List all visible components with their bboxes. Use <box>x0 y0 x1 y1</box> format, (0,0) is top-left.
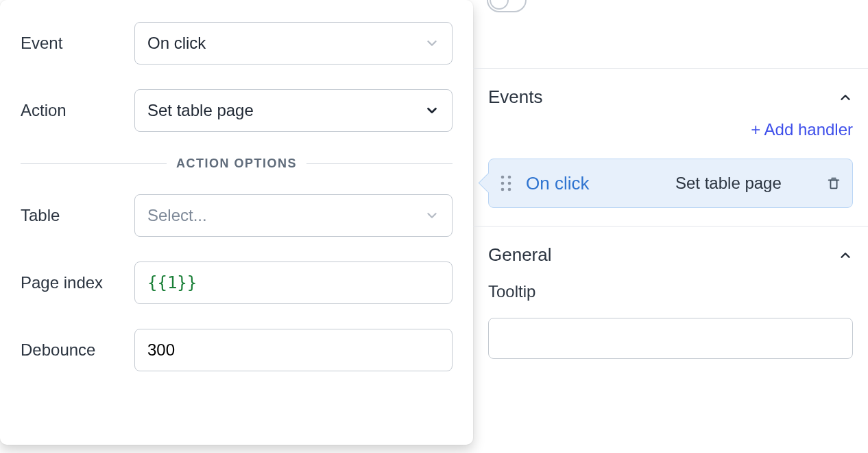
action-row: Action Set table page <box>21 89 453 132</box>
divider-line <box>306 163 453 164</box>
tooltip-input[interactable] <box>488 318 853 359</box>
page-index-value: {{1}} <box>147 273 197 292</box>
general-header[interactable]: General <box>488 244 853 266</box>
general-title: General <box>488 244 552 266</box>
event-select[interactable]: On click <box>134 22 453 65</box>
page-index-input[interactable]: {{1}} <box>134 262 453 304</box>
table-select-placeholder: Select... <box>147 206 424 225</box>
toggle-area <box>473 0 868 69</box>
handler-action: Set table page <box>675 174 812 193</box>
page-index-row: Page index {{1}} <box>21 262 453 304</box>
svg-point-5 <box>508 188 511 191</box>
add-handler-button[interactable]: + Add handler <box>751 120 853 139</box>
debounce-row: Debounce <box>21 329 453 371</box>
event-row: Event On click <box>21 22 453 65</box>
svg-point-4 <box>501 188 505 191</box>
event-label: Event <box>21 34 134 53</box>
page-index-label: Page index <box>21 273 134 292</box>
chevron-down-icon <box>424 36 439 51</box>
svg-point-0 <box>501 176 505 179</box>
handler-item[interactable]: On click Set table page <box>488 159 853 208</box>
action-options-divider: ACTION OPTIONS <box>21 156 453 171</box>
events-title: Events <box>488 86 543 108</box>
trash-icon[interactable] <box>825 173 843 194</box>
chevron-down-icon <box>424 103 439 118</box>
toggle-switch[interactable] <box>487 0 527 12</box>
svg-point-1 <box>508 176 511 179</box>
action-select[interactable]: Set table page <box>134 89 453 132</box>
events-header[interactable]: Events <box>488 86 853 108</box>
table-select[interactable]: Select... <box>134 194 453 237</box>
table-row: Table Select... <box>21 194 453 237</box>
action-label: Action <box>21 101 134 120</box>
divider-line <box>21 163 167 164</box>
table-label: Table <box>21 206 134 225</box>
svg-point-2 <box>501 182 505 185</box>
chevron-up-icon <box>838 90 853 105</box>
event-select-value: On click <box>147 34 424 53</box>
general-section: General Tooltip <box>473 226 868 377</box>
debounce-input[interactable] <box>134 329 453 371</box>
add-handler-row: + Add handler <box>488 120 853 139</box>
svg-point-3 <box>508 182 511 185</box>
inspector-panel: Events + Add handler On click Set table … <box>473 0 868 453</box>
tooltip-label: Tooltip <box>488 282 853 301</box>
debounce-field[interactable] <box>147 340 439 360</box>
events-section: Events + Add handler On click Set table … <box>473 69 868 226</box>
drag-handle-icon[interactable] <box>498 176 514 191</box>
event-handler-popover: Event On click Action Set table page ACT… <box>0 0 473 445</box>
chevron-down-icon <box>424 208 439 223</box>
action-select-value: Set table page <box>147 101 424 120</box>
svg-rect-7 <box>830 180 836 188</box>
handler-event: On click <box>526 173 663 194</box>
debounce-label: Debounce <box>21 340 134 360</box>
chevron-up-icon <box>838 248 853 263</box>
action-options-label: ACTION OPTIONS <box>176 156 297 171</box>
